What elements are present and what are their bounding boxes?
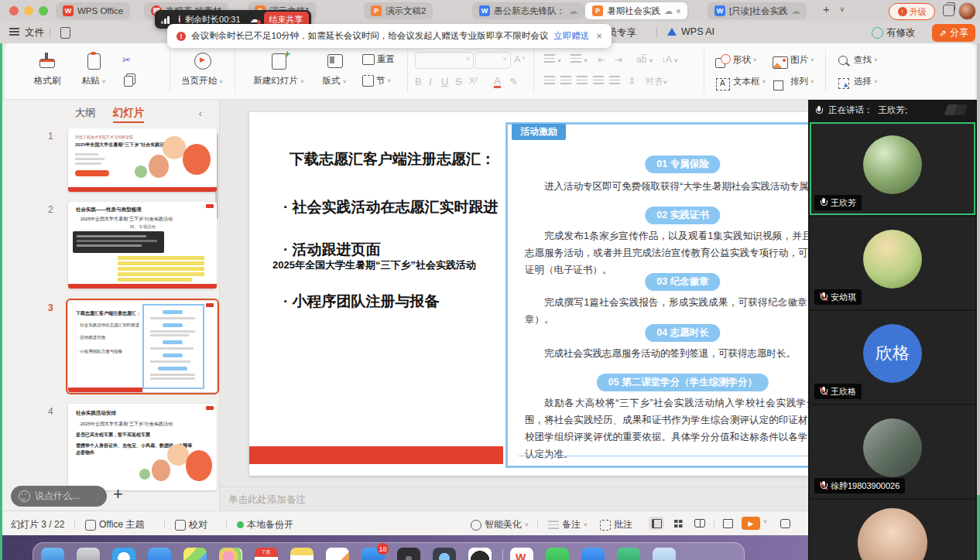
tab-presentation2[interactable]: P 演示文稿2	[364, 2, 433, 19]
save-icon[interactable]	[60, 27, 70, 39]
dock-xiaohongshu-icon[interactable]: 18	[362, 548, 385, 560]
dock-photos-icon[interactable]	[219, 548, 242, 560]
dock-notes-icon[interactable]	[290, 548, 314, 560]
participant-tile[interactable]: 欣格 王欣格	[810, 311, 975, 404]
participant-tile[interactable]: 徐脖19803900026	[810, 405, 975, 498]
slide-thumbnail-4[interactable]: 社会实践活动安排 · 2025年全国大学生暑期“三下乡”社会实践活动 是否已买去…	[68, 404, 217, 490]
slideshow-play-button[interactable]: ▶	[742, 517, 760, 530]
notes-button[interactable]: 备注 ˅	[548, 518, 588, 531]
participant-tile-partial[interactable]	[810, 500, 975, 560]
menu-file[interactable]: 文件	[25, 26, 44, 39]
columns-icon[interactable]	[609, 76, 620, 87]
window-copy-icon[interactable]	[943, 5, 954, 16]
copy-button[interactable]	[124, 76, 133, 87]
highlight-button[interactable]: ✎	[509, 76, 518, 87]
align-center-icon[interactable]	[560, 76, 571, 87]
underline-button[interactable]: U	[441, 76, 448, 87]
justify-icon[interactable]	[593, 76, 604, 87]
spacing-icon[interactable]: ⇕	[628, 76, 636, 87]
numbered-list-icon[interactable]: ˅	[571, 54, 588, 65]
dock-finder-icon[interactable]	[41, 548, 64, 560]
menu-wps-ai[interactable]: WPS AI	[681, 26, 714, 37]
line-spacing-icon[interactable]: ↓A ˅	[661, 54, 677, 65]
dock-wechat-icon[interactable]	[546, 548, 569, 560]
dock-calendar-icon[interactable]: 7月	[255, 548, 278, 560]
tab-readonly-doc[interactable]: W [只读]社会实践 ☁	[708, 2, 807, 19]
textbox-button[interactable]: 文本框 ˅	[714, 75, 766, 87]
font-color-button[interactable]: A	[494, 76, 501, 88]
tab-outline[interactable]: 大纲	[75, 107, 96, 118]
font-family-select[interactable]	[415, 52, 474, 69]
section-button[interactable]: 节 ˅	[362, 75, 391, 87]
italic-button[interactable]: I	[429, 76, 432, 87]
comments-button[interactable]: 批注	[600, 518, 632, 531]
picture-button[interactable]: 图片 ˅	[771, 53, 814, 66]
dock-maps-icon[interactable]	[183, 548, 207, 560]
minimize-window-button[interactable]	[24, 6, 33, 15]
indent-icon[interactable]: ⇥	[615, 54, 622, 65]
dock-settings-icon[interactable]	[433, 548, 456, 560]
new-slide-button[interactable]: 新建幻灯片 ˅	[249, 51, 308, 87]
maximize-window-button[interactable]	[39, 6, 48, 15]
align-menu[interactable]: 对齐˅	[646, 76, 667, 87]
layout-button[interactable]: 版式 ˅	[314, 51, 355, 87]
arrange-button[interactable]: 排列 ˅	[771, 75, 814, 87]
increase-font-icon[interactable]: A⁺	[514, 53, 526, 65]
shapes-button[interactable]: 形状 ˅	[714, 53, 757, 66]
font-size-select[interactable]	[475, 52, 511, 69]
theme-button[interactable]: Office 主题	[85, 518, 144, 531]
meeting-chat-input[interactable]: 说点什么...	[11, 486, 107, 507]
align-left-icon[interactable]	[544, 76, 555, 87]
play-from-page-button[interactable]: 当页开始 ˅	[180, 51, 224, 87]
add-slide-button[interactable]: +	[113, 484, 123, 504]
find-button[interactable]: 查找 ˅	[836, 53, 878, 66]
dock-folder-icon[interactable]	[653, 548, 676, 560]
slide-thumbnail-3-selected[interactable]: 下载志愿汇客户端注册志愿汇： · 社会实践活动在志愿汇实时跟进 · 活动跟进页面…	[68, 301, 217, 392]
dock-music-record-icon[interactable]	[397, 548, 420, 560]
reset-button[interactable]: 重置	[362, 53, 395, 65]
text-direction-icon[interactable]: ab̅ ˅	[636, 54, 653, 65]
reading-view-button[interactable]	[692, 517, 708, 530]
account-avatar[interactable]	[958, 2, 976, 20]
notice-close-icon[interactable]: ×	[596, 30, 602, 42]
slide-thumbnail-2[interactable]: 社会实践——性质与类型梳理 · 2025年全国大学生暑期“三下乡”社会实践活动 …	[68, 202, 217, 289]
outdent-icon[interactable]: ⇤	[598, 54, 605, 65]
tab-list-chevron-icon[interactable]: ˅	[840, 5, 845, 14]
share-button[interactable]: ⇗ 分享	[932, 24, 975, 42]
tab-summer-practice-active[interactable]: P 暑期社会实践 ☁	[585, 2, 687, 19]
slide-thumbnail-1[interactable]: 河北工程技术学院艺术与传媒学院 2025年全国大学生暑期“三下乡”社会实践活动	[68, 128, 217, 192]
dock-safari-icon[interactable]	[112, 548, 135, 560]
cloud-record-icon[interactable]: ☁	[250, 14, 259, 25]
new-tab-button[interactable]: +	[823, 2, 830, 15]
cast-button[interactable]	[720, 517, 735, 530]
hamburger-menu-icon[interactable]	[9, 28, 19, 36]
notice-action-link[interactable]: 立即赠送	[553, 30, 589, 42]
proofread-button[interactable]: 校对	[175, 518, 207, 531]
bold-button[interactable]: B	[415, 76, 422, 87]
upgrade-button[interactable]: ↑ 升级	[889, 3, 935, 20]
current-slide[interactable]: 下载志愿汇客户端注册志愿汇： · 社会实践活动在志愿汇实时跟进 · 活动跟进页面…	[249, 112, 808, 476]
bullet-list-icon[interactable]: ˅	[544, 54, 561, 65]
local-backup-status[interactable]: 本地备份开	[237, 518, 293, 531]
notes-placeholder[interactable]: 单击此处添加备注	[228, 493, 306, 507]
participant-tile[interactable]: 王欣芳	[810, 122, 975, 215]
fit-window-button[interactable]	[777, 517, 793, 530]
collapse-sidebar-icon[interactable]: ‹	[199, 108, 202, 119]
superscript-button[interactable]: X²	[469, 76, 478, 85]
paste-button[interactable]: 粘贴 ˅	[71, 51, 116, 87]
close-window-button[interactable]	[9, 6, 19, 15]
tab-doc-yugong[interactable]: W 愚公新志先锋队： ☁	[472, 2, 584, 19]
strike-button[interactable]: S	[455, 76, 462, 87]
slideshow-options-chevron[interactable]: ˅	[763, 518, 767, 525]
smart-beautify-button[interactable]: 智能美化 ˅	[471, 518, 529, 531]
slide-sorter-view-button[interactable]	[670, 517, 686, 530]
format-painter-button[interactable]: 格式刷	[25, 51, 70, 87]
participant-tile[interactable]: 安幼琪	[810, 217, 975, 309]
dock-launchpad-icon[interactable]	[77, 548, 100, 560]
normal-view-button[interactable]	[649, 517, 664, 530]
dock-wps-icon[interactable]: W	[510, 548, 533, 560]
dock-tencent-docs-icon[interactable]	[617, 548, 640, 560]
dock-mail-icon[interactable]	[148, 548, 171, 560]
cut-button[interactable]	[122, 54, 131, 66]
dock-textedit-icon[interactable]	[326, 548, 349, 560]
